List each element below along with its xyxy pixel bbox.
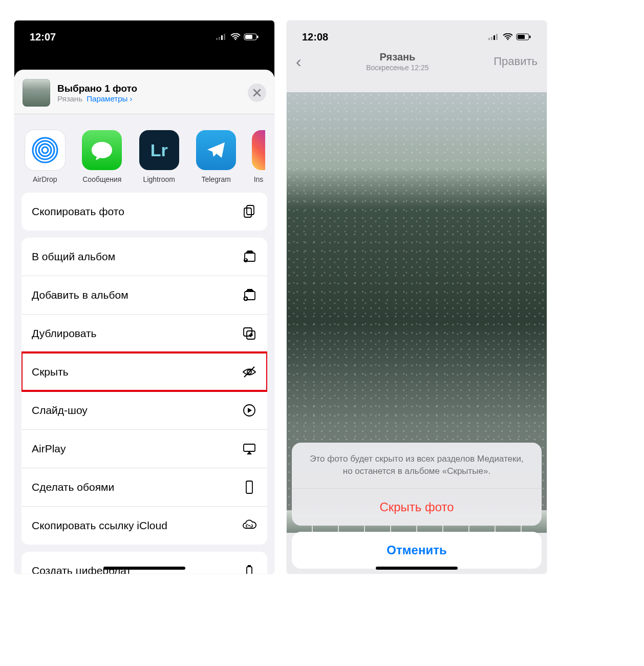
action-watchface[interactable]: Создать циферблат: [22, 552, 267, 574]
action-label: Скрыть: [32, 366, 69, 378]
svg-rect-12: [247, 205, 254, 215]
photo-thumbnail[interactable]: [23, 79, 50, 107]
nav-bar: ‹ Рязань Воскресенье 12:25 Править: [287, 46, 547, 77]
cancel-button[interactable]: Отменить: [292, 532, 542, 569]
action-label: Скопировать ссылку iCloud: [32, 519, 167, 532]
svg-rect-25: [246, 481, 252, 493]
close-button[interactable]: [248, 84, 266, 102]
app-label: Telegram: [201, 175, 231, 183]
status-bar: 12:07: [14, 20, 274, 46]
svg-rect-26: [247, 567, 252, 574]
action-group-1: Скопировать фото: [22, 193, 267, 231]
phone-left-share-sheet: 12:07 Выбрано 1 фото Рязань Параметры ›: [14, 20, 274, 574]
svg-rect-0: [216, 38, 218, 40]
svg-rect-24: [244, 444, 255, 451]
dark-top: 12:07: [14, 20, 274, 77]
action-shared-album[interactable]: В общий альбом: [22, 238, 267, 276]
share-header-text: Выбрано 1 фото Рязань Параметры ›: [57, 83, 137, 103]
action-sheet-message: Это фото будет скрыто из всех разделов М…: [292, 443, 542, 489]
action-label: Сделать обоями: [32, 481, 114, 493]
cloud-link-icon: [242, 518, 257, 533]
cellular-icon: [488, 33, 500, 40]
action-duplicate[interactable]: Дублировать: [22, 314, 267, 352]
battery-icon: [516, 33, 531, 40]
svg-rect-7: [257, 36, 259, 38]
action-slideshow[interactable]: Слайд-шоу: [22, 391, 267, 429]
nav-title: Рязань: [366, 51, 428, 64]
svg-rect-13: [244, 208, 251, 217]
shared-album-icon: [242, 249, 257, 264]
share-apps-row[interactable]: AirDrop Сообщения Lr Lightroom Telegram: [22, 126, 267, 193]
share-sheet-header: Выбрано 1 фото Рязань Параметры ›: [14, 70, 274, 114]
status-icons: [216, 33, 259, 40]
app-airdrop[interactable]: AirDrop: [24, 130, 67, 183]
svg-rect-30: [496, 34, 498, 40]
status-bar: 12:08: [287, 20, 547, 46]
share-params-link[interactable]: Параметры ›: [87, 94, 132, 103]
svg-line-22: [244, 367, 254, 377]
status-icons: [488, 33, 531, 40]
play-circle-icon: [242, 403, 257, 418]
nav-center: Рязань Воскресенье 12:25: [366, 51, 428, 73]
action-airplay[interactable]: AirPlay: [22, 429, 267, 468]
phone-rect-icon: [242, 480, 257, 495]
app-instagram-partial[interactable]: Ins: [252, 130, 265, 183]
svg-rect-28: [491, 37, 492, 40]
action-add-album[interactable]: Добавить в альбом: [22, 276, 267, 314]
action-label: Слайд-шоу: [32, 404, 88, 417]
wifi-icon: [230, 33, 241, 40]
app-label: AirDrop: [33, 175, 57, 183]
svg-rect-6: [245, 35, 252, 39]
share-location: Рязань: [57, 94, 82, 103]
app-label: Сообщения: [82, 175, 121, 183]
svg-point-31: [507, 39, 509, 40]
edit-button[interactable]: Править: [493, 55, 538, 68]
action-label: Дублировать: [32, 327, 97, 340]
airdrop-icon: [31, 136, 59, 164]
status-time: 12:08: [302, 31, 328, 43]
action-sheet-card: Это фото будет скрыто из всех разделов М…: [292, 443, 542, 526]
action-hide[interactable]: Скрыть: [22, 352, 267, 391]
svg-rect-2: [221, 35, 223, 40]
svg-rect-1: [219, 37, 220, 40]
watch-icon: [242, 563, 257, 574]
telegram-icon: [204, 138, 228, 162]
share-title: Выбрано 1 фото: [57, 83, 137, 94]
share-subtitle: Рязань Параметры ›: [57, 94, 137, 103]
svg-point-8: [42, 147, 48, 153]
action-copy-photo[interactable]: Скопировать фото: [22, 193, 267, 231]
svg-rect-33: [518, 35, 525, 39]
svg-rect-29: [493, 35, 495, 40]
messages-icon: [90, 138, 114, 162]
eye-slash-icon: [242, 364, 257, 380]
action-label: AirPlay: [32, 443, 66, 455]
add-album-icon: [242, 287, 257, 303]
svg-rect-27: [488, 38, 490, 40]
svg-point-16: [245, 259, 247, 260]
action-icloud-link[interactable]: Скопировать ссылку iCloud: [22, 506, 267, 545]
hide-photo-button[interactable]: Скрыть фото: [292, 489, 542, 526]
phone-right-photo-detail: 12:08 ‹ Рязань Воскресенье 12:25 Править…: [287, 20, 547, 574]
back-button[interactable]: ‹: [296, 52, 302, 71]
app-label: Ins: [254, 175, 264, 183]
app-messages[interactable]: Сообщения: [81, 130, 124, 183]
svg-rect-3: [224, 34, 225, 40]
home-indicator[interactable]: [103, 567, 185, 570]
duplicate-icon: [242, 326, 257, 341]
close-icon: [253, 89, 261, 97]
app-lightroom[interactable]: Lr Lightroom: [138, 130, 181, 183]
home-indicator[interactable]: [376, 567, 458, 570]
svg-point-4: [235, 39, 237, 40]
app-telegram[interactable]: Telegram: [195, 130, 238, 183]
battery-icon: [244, 33, 259, 40]
action-wallpaper[interactable]: Сделать обоями: [22, 468, 267, 506]
wifi-icon: [503, 33, 513, 40]
action-group-3: Создать циферблат Сохранить в «Файлы»: [22, 552, 267, 574]
cellular-icon: [216, 33, 227, 40]
action-label: В общий альбом: [32, 251, 115, 263]
action-label: Добавить в альбом: [32, 289, 128, 301]
svg-rect-34: [529, 36, 531, 38]
action-sheet: Это фото будет скрыто из всех разделов М…: [292, 443, 542, 569]
action-label: Скопировать фото: [32, 205, 124, 218]
airplay-icon: [242, 441, 257, 456]
